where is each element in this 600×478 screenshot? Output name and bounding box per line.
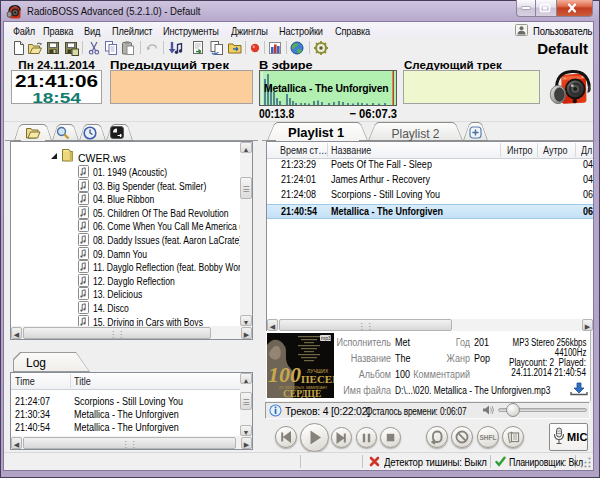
svg-text:SHFL: SHFL	[480, 434, 497, 441]
